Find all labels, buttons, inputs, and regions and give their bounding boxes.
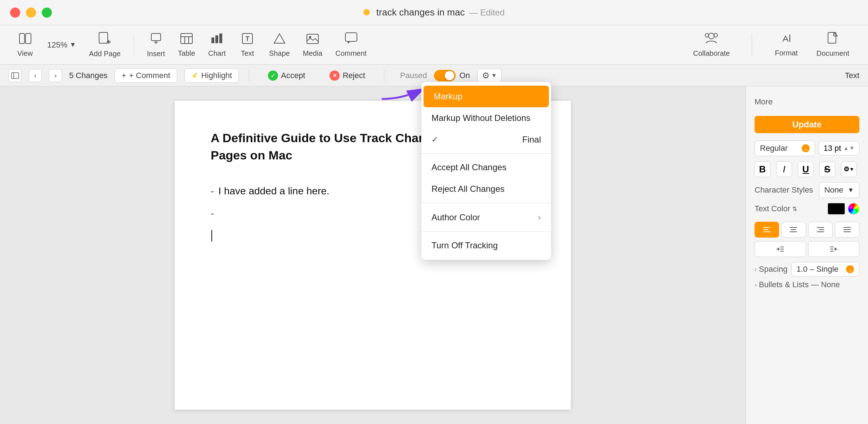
svg-rect-26 <box>828 32 836 43</box>
dash-1: - <box>211 185 214 197</box>
media-button[interactable]: Media <box>297 29 328 60</box>
highlight-button[interactable]: Highlight <box>184 68 239 83</box>
collaborate-icon <box>705 32 718 47</box>
prev-icon: ‹ <box>34 71 37 80</box>
table-button[interactable]: Table <box>172 29 201 60</box>
document-label: Document <box>816 49 849 58</box>
document-page[interactable]: A Definitive Guide to Use Track Changes … <box>175 101 571 410</box>
gear-chevron-icon: ▼ <box>491 72 497 79</box>
more-label: More <box>755 94 773 110</box>
gear-format-icon: ⚙ <box>844 165 849 173</box>
cursor-line <box>211 230 535 242</box>
document-icon <box>363 8 373 18</box>
strikethrough-button[interactable]: S <box>819 161 835 177</box>
right-panel: More Update Regular ⌄ 13 pt ▲▼ B I <box>746 86 868 424</box>
strikethrough-icon: S <box>824 164 830 175</box>
svg-rect-2 <box>99 32 108 43</box>
shape-label: Shape <box>269 49 290 58</box>
text-color-swatch[interactable] <box>828 203 845 215</box>
view-button[interactable]: View <box>10 29 40 60</box>
align-right-button[interactable] <box>808 222 833 238</box>
italic-button[interactable]: I <box>776 161 792 177</box>
char-styles-label: Character Styles <box>755 185 813 195</box>
changes-count: 5 Changes <box>69 71 107 80</box>
collaborate-button[interactable]: Collaborate <box>686 29 737 60</box>
track-changes-bar: ‹ › 5 Changes + + Comment Highlight ✓ Ac… <box>0 65 868 86</box>
text-button[interactable]: T Text <box>233 29 262 60</box>
spacing-select[interactable]: 1.0 – Single ⌄ <box>791 262 859 276</box>
reject-label: Reject <box>343 71 365 80</box>
toggle-knob <box>445 71 454 80</box>
comment-button[interactable]: Comment <box>330 29 372 60</box>
traffic-lights[interactable] <box>10 8 52 18</box>
sidebar-toggle-button[interactable] <box>9 69 22 82</box>
minimize-button[interactable] <box>26 8 36 18</box>
update-button[interactable]: Update <box>755 116 859 133</box>
titlebar: track changes in mac — Edited <box>0 0 868 25</box>
accept-button[interactable]: ✓ Accept <box>259 68 314 83</box>
svg-marker-17 <box>274 34 285 43</box>
gear-icon: ⚙ <box>482 71 490 81</box>
toolbar-separator-2 <box>752 34 752 56</box>
maximize-button[interactable] <box>42 8 52 18</box>
format-buttons-row: B I U S ⚙ ▼ <box>755 161 859 177</box>
add-comment-button[interactable]: + + Comment <box>115 68 177 83</box>
text-icon: T <box>242 32 253 47</box>
format-button[interactable]: Format <box>766 30 806 60</box>
indent-increase-button[interactable] <box>808 241 860 257</box>
chevron-spacing-icon: › <box>755 266 757 273</box>
comment-icon <box>345 32 357 47</box>
svg-rect-18 <box>307 34 318 44</box>
align-justify-button[interactable] <box>835 222 859 238</box>
char-styles-select[interactable]: None ▼ <box>819 182 859 198</box>
toggle-switch[interactable] <box>434 70 456 81</box>
color-picker-button[interactable] <box>848 203 859 215</box>
main-toolbar: View 125% ▼ Add Page Insert Table Chart … <box>0 25 868 65</box>
document-button[interactable]: Document <box>808 29 858 60</box>
bold-icon: B <box>759 164 766 175</box>
align-left-button[interactable] <box>755 222 779 238</box>
align-center-button[interactable] <box>781 222 806 238</box>
line1-text: I have added a line here. <box>218 185 329 197</box>
prev-change-button[interactable]: ‹ <box>29 69 42 82</box>
svg-point-21 <box>708 33 714 39</box>
zoom-value: 125% <box>47 40 67 50</box>
highlight-label: Highlight <box>201 71 232 80</box>
font-size-box[interactable]: 13 pt ▲▼ <box>819 141 859 155</box>
toolbar-right: Collaborate Format Document <box>686 29 858 60</box>
plus-icon: + <box>121 71 126 80</box>
bullets-label: › Bullets & Lists — None <box>755 280 840 289</box>
format-label: Format <box>775 49 798 57</box>
indent-decrease-button[interactable] <box>755 241 806 257</box>
chart-button[interactable]: Chart <box>202 29 232 60</box>
next-change-button[interactable]: › <box>49 69 62 82</box>
advanced-format-button[interactable]: ⚙ ▼ <box>841 161 857 177</box>
text-color-row: Text Color ⇅ <box>755 203 859 215</box>
track-separator-1 <box>249 69 249 82</box>
add-page-button[interactable]: Add Page <box>83 29 126 61</box>
shape-button[interactable]: Shape <box>263 29 296 60</box>
media-icon <box>307 32 319 47</box>
bullets-row: › Bullets & Lists — None <box>755 280 859 289</box>
chart-label: Chart <box>208 49 226 58</box>
text-color-label: Text Color ⇅ <box>755 204 828 213</box>
font-size: 13 pt <box>823 144 841 153</box>
bold-button[interactable]: B <box>755 161 770 177</box>
spacing-label: › Spacing <box>755 265 788 274</box>
accept-label: Accept <box>281 71 305 80</box>
track-settings-button[interactable]: ⚙ ▼ <box>477 69 502 82</box>
char-styles-value: None <box>824 185 844 195</box>
reject-button[interactable]: ✕ Reject <box>321 68 373 83</box>
view-label: View <box>17 49 33 58</box>
font-select[interactable]: Regular ⌄ <box>755 140 815 156</box>
document-area: A Definitive Guide to Use Track Changes … <box>0 86 746 424</box>
insert-button[interactable]: Insert <box>141 29 171 61</box>
underline-button[interactable]: U <box>798 161 814 177</box>
svg-rect-20 <box>345 33 357 41</box>
tracking-toggle[interactable]: On <box>434 70 470 81</box>
spacing-orange-indicator: ⌄ <box>846 265 854 273</box>
collaborate-label: Collaborate <box>693 49 730 58</box>
zoom-button[interactable]: 125% ▼ <box>41 37 82 53</box>
panel-header: More <box>755 94 859 110</box>
close-button[interactable] <box>10 8 20 18</box>
